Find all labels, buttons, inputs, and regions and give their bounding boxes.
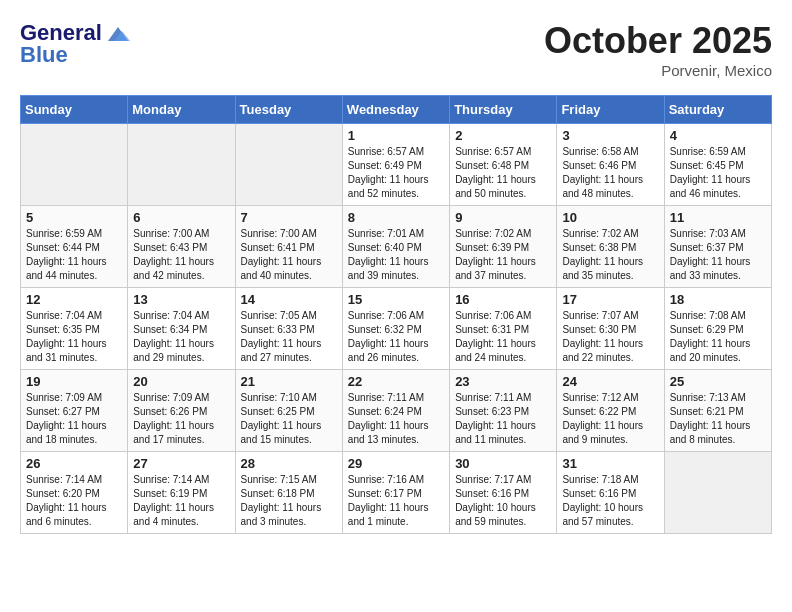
day-info: Sunrise: 6:57 AM Sunset: 6:48 PM Dayligh… — [455, 145, 551, 201]
day-number: 4 — [670, 128, 766, 143]
calendar-cell: 16Sunrise: 7:06 AM Sunset: 6:31 PM Dayli… — [450, 288, 557, 370]
day-info: Sunrise: 7:02 AM Sunset: 6:39 PM Dayligh… — [455, 227, 551, 283]
day-info: Sunrise: 6:57 AM Sunset: 6:49 PM Dayligh… — [348, 145, 444, 201]
location-subtitle: Porvenir, Mexico — [544, 62, 772, 79]
calendar-cell — [21, 124, 128, 206]
column-header-monday: Monday — [128, 96, 235, 124]
calendar-cell: 8Sunrise: 7:01 AM Sunset: 6:40 PM Daylig… — [342, 206, 449, 288]
logo-blue: Blue — [20, 42, 68, 68]
column-header-saturday: Saturday — [664, 96, 771, 124]
day-info: Sunrise: 7:17 AM Sunset: 6:16 PM Dayligh… — [455, 473, 551, 529]
title-section: October 2025 Porvenir, Mexico — [544, 20, 772, 79]
day-info: Sunrise: 7:16 AM Sunset: 6:17 PM Dayligh… — [348, 473, 444, 529]
column-header-tuesday: Tuesday — [235, 96, 342, 124]
day-info: Sunrise: 7:06 AM Sunset: 6:32 PM Dayligh… — [348, 309, 444, 365]
day-number: 14 — [241, 292, 337, 307]
day-number: 5 — [26, 210, 122, 225]
calendar-cell: 20Sunrise: 7:09 AM Sunset: 6:26 PM Dayli… — [128, 370, 235, 452]
calendar-cell — [235, 124, 342, 206]
day-number: 25 — [670, 374, 766, 389]
day-number: 18 — [670, 292, 766, 307]
calendar-cell: 11Sunrise: 7:03 AM Sunset: 6:37 PM Dayli… — [664, 206, 771, 288]
day-number: 9 — [455, 210, 551, 225]
calendar-cell: 24Sunrise: 7:12 AM Sunset: 6:22 PM Dayli… — [557, 370, 664, 452]
calendar-cell — [664, 452, 771, 534]
calendar-cell: 21Sunrise: 7:10 AM Sunset: 6:25 PM Dayli… — [235, 370, 342, 452]
day-number: 10 — [562, 210, 658, 225]
day-number: 22 — [348, 374, 444, 389]
calendar-cell: 9Sunrise: 7:02 AM Sunset: 6:39 PM Daylig… — [450, 206, 557, 288]
calendar-cell: 5Sunrise: 6:59 AM Sunset: 6:44 PM Daylig… — [21, 206, 128, 288]
calendar-cell: 15Sunrise: 7:06 AM Sunset: 6:32 PM Dayli… — [342, 288, 449, 370]
day-number: 29 — [348, 456, 444, 471]
day-info: Sunrise: 7:10 AM Sunset: 6:25 PM Dayligh… — [241, 391, 337, 447]
day-info: Sunrise: 6:59 AM Sunset: 6:45 PM Dayligh… — [670, 145, 766, 201]
day-number: 30 — [455, 456, 551, 471]
day-number: 27 — [133, 456, 229, 471]
day-number: 31 — [562, 456, 658, 471]
column-header-wednesday: Wednesday — [342, 96, 449, 124]
day-number: 1 — [348, 128, 444, 143]
calendar-cell: 2Sunrise: 6:57 AM Sunset: 6:48 PM Daylig… — [450, 124, 557, 206]
calendar-cell: 4Sunrise: 6:59 AM Sunset: 6:45 PM Daylig… — [664, 124, 771, 206]
day-info: Sunrise: 7:13 AM Sunset: 6:21 PM Dayligh… — [670, 391, 766, 447]
calendar-cell: 22Sunrise: 7:11 AM Sunset: 6:24 PM Dayli… — [342, 370, 449, 452]
calendar-week-row: 5Sunrise: 6:59 AM Sunset: 6:44 PM Daylig… — [21, 206, 772, 288]
day-number: 7 — [241, 210, 337, 225]
calendar-cell: 7Sunrise: 7:00 AM Sunset: 6:41 PM Daylig… — [235, 206, 342, 288]
day-number: 11 — [670, 210, 766, 225]
day-info: Sunrise: 7:11 AM Sunset: 6:23 PM Dayligh… — [455, 391, 551, 447]
day-info: Sunrise: 7:11 AM Sunset: 6:24 PM Dayligh… — [348, 391, 444, 447]
calendar-cell: 1Sunrise: 6:57 AM Sunset: 6:49 PM Daylig… — [342, 124, 449, 206]
day-number: 15 — [348, 292, 444, 307]
calendar-cell: 31Sunrise: 7:18 AM Sunset: 6:16 PM Dayli… — [557, 452, 664, 534]
calendar-cell: 25Sunrise: 7:13 AM Sunset: 6:21 PM Dayli… — [664, 370, 771, 452]
column-header-thursday: Thursday — [450, 96, 557, 124]
day-info: Sunrise: 7:12 AM Sunset: 6:22 PM Dayligh… — [562, 391, 658, 447]
calendar-cell — [128, 124, 235, 206]
day-number: 21 — [241, 374, 337, 389]
day-number: 16 — [455, 292, 551, 307]
day-info: Sunrise: 7:04 AM Sunset: 6:35 PM Dayligh… — [26, 309, 122, 365]
day-info: Sunrise: 7:01 AM Sunset: 6:40 PM Dayligh… — [348, 227, 444, 283]
day-number: 19 — [26, 374, 122, 389]
page-header: General Blue October 2025 Porvenir, Mexi… — [20, 20, 772, 79]
calendar-cell: 3Sunrise: 6:58 AM Sunset: 6:46 PM Daylig… — [557, 124, 664, 206]
day-number: 23 — [455, 374, 551, 389]
calendar-week-row: 26Sunrise: 7:14 AM Sunset: 6:20 PM Dayli… — [21, 452, 772, 534]
calendar-cell: 18Sunrise: 7:08 AM Sunset: 6:29 PM Dayli… — [664, 288, 771, 370]
calendar-cell: 12Sunrise: 7:04 AM Sunset: 6:35 PM Dayli… — [21, 288, 128, 370]
day-info: Sunrise: 7:00 AM Sunset: 6:43 PM Dayligh… — [133, 227, 229, 283]
day-number: 24 — [562, 374, 658, 389]
calendar-cell: 30Sunrise: 7:17 AM Sunset: 6:16 PM Dayli… — [450, 452, 557, 534]
calendar-cell: 6Sunrise: 7:00 AM Sunset: 6:43 PM Daylig… — [128, 206, 235, 288]
calendar-cell: 14Sunrise: 7:05 AM Sunset: 6:33 PM Dayli… — [235, 288, 342, 370]
day-info: Sunrise: 7:15 AM Sunset: 6:18 PM Dayligh… — [241, 473, 337, 529]
day-number: 17 — [562, 292, 658, 307]
day-info: Sunrise: 7:02 AM Sunset: 6:38 PM Dayligh… — [562, 227, 658, 283]
day-info: Sunrise: 6:58 AM Sunset: 6:46 PM Dayligh… — [562, 145, 658, 201]
column-header-sunday: Sunday — [21, 96, 128, 124]
day-info: Sunrise: 7:00 AM Sunset: 6:41 PM Dayligh… — [241, 227, 337, 283]
day-info: Sunrise: 7:08 AM Sunset: 6:29 PM Dayligh… — [670, 309, 766, 365]
month-title: October 2025 — [544, 20, 772, 62]
day-info: Sunrise: 7:14 AM Sunset: 6:19 PM Dayligh… — [133, 473, 229, 529]
logo: General Blue — [20, 20, 132, 68]
calendar-cell: 13Sunrise: 7:04 AM Sunset: 6:34 PM Dayli… — [128, 288, 235, 370]
calendar-cell: 29Sunrise: 7:16 AM Sunset: 6:17 PM Dayli… — [342, 452, 449, 534]
day-info: Sunrise: 7:07 AM Sunset: 6:30 PM Dayligh… — [562, 309, 658, 365]
day-info: Sunrise: 7:09 AM Sunset: 6:27 PM Dayligh… — [26, 391, 122, 447]
calendar-week-row: 12Sunrise: 7:04 AM Sunset: 6:35 PM Dayli… — [21, 288, 772, 370]
calendar-cell: 17Sunrise: 7:07 AM Sunset: 6:30 PM Dayli… — [557, 288, 664, 370]
day-info: Sunrise: 7:09 AM Sunset: 6:26 PM Dayligh… — [133, 391, 229, 447]
calendar-cell: 26Sunrise: 7:14 AM Sunset: 6:20 PM Dayli… — [21, 452, 128, 534]
day-number: 20 — [133, 374, 229, 389]
day-number: 28 — [241, 456, 337, 471]
day-number: 8 — [348, 210, 444, 225]
calendar-week-row: 19Sunrise: 7:09 AM Sunset: 6:27 PM Dayli… — [21, 370, 772, 452]
calendar-cell: 10Sunrise: 7:02 AM Sunset: 6:38 PM Dayli… — [557, 206, 664, 288]
day-number: 6 — [133, 210, 229, 225]
logo-icon — [104, 23, 132, 43]
day-info: Sunrise: 7:18 AM Sunset: 6:16 PM Dayligh… — [562, 473, 658, 529]
day-number: 2 — [455, 128, 551, 143]
